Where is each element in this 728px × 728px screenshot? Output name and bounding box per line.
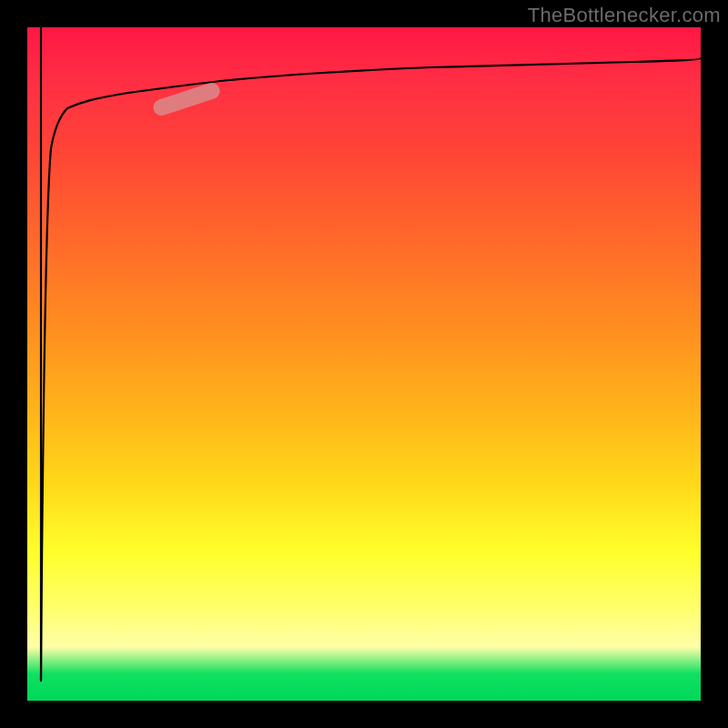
watermark-label: TheBottlenecker.com xyxy=(528,4,721,27)
curve-layer xyxy=(27,27,701,701)
chart-frame: TheBottlenecker.com xyxy=(0,0,728,728)
series-curve xyxy=(41,58,701,681)
svg-rect-0 xyxy=(151,81,222,118)
plot-area xyxy=(27,27,701,701)
highlight-segment xyxy=(151,81,222,118)
